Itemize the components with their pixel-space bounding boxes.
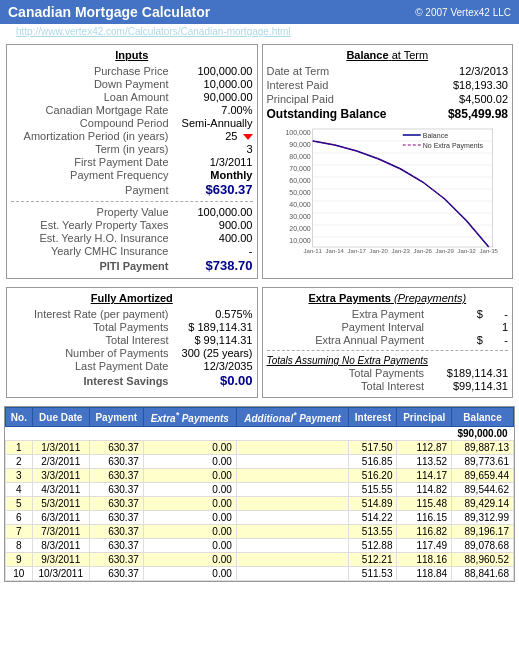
input-field-property-taxes: Est. Yearly Property Taxes 900.00 [11,219,253,231]
principal-paid-label: Principal Paid [267,93,334,105]
num-payments-row: Number of Payments 300 (25 years) [11,347,253,359]
balance-chart: 100,000 90,000 80,000 70,000 60,000 50,0… [267,125,509,255]
input-field-loan-amount: Loan Amount 90,000.00 [11,91,253,103]
fully-amortized-panel: Fully Amortized Interest Rate (per payme… [6,287,258,398]
outstanding-label: Outstanding Balance [267,107,387,121]
svg-text:Jan-11: Jan-11 [303,248,322,254]
interest-rate-row: Interest Rate (per payment) 0.575% [11,308,253,320]
extra-annual-payment-row: Extra Annual Payment $ - [267,334,509,346]
input-field-payment: Payment $630.37 [11,182,253,197]
input-field-down-payment: Down Payment 10,000.00 [11,78,253,90]
table-row: 7 7/3/2011 630.37 0.00 513.55 116.82 89,… [6,525,514,539]
input-field-purchase-price: Purchase Price 100,000.00 [11,65,253,77]
svg-text:Jan-35: Jan-35 [479,248,498,254]
divider [11,201,253,202]
input-field-amort-period: Amortization Period (in years) 25 [11,130,253,142]
svg-text:Jan-29: Jan-29 [435,248,454,254]
header: Canadian Mortgage Calculator © 2007 Vert… [0,0,519,38]
svg-text:80,000: 80,000 [289,153,311,160]
date-at-term-row: Date at Term 12/3/2013 [267,65,509,77]
fully-amortized-title: Fully Amortized [11,292,253,304]
input-field-first-payment: First Payment Date 1/3/2011 [11,156,253,168]
amort-triangle [243,134,253,140]
svg-text:Jan-26: Jan-26 [413,248,432,254]
outstanding-balance-row: Outstanding Balance $85,499.98 [267,107,509,121]
table-row: 1 1/3/2011 630.37 0.00 517.50 112.87 89,… [6,441,514,455]
svg-text:30,000: 30,000 [289,213,311,220]
balance-panel: Balance at Term Date at Term 12/3/2013 I… [262,44,514,279]
col-extra-payments: Extra* Payments [143,408,236,427]
input-field-ho-insurance: Est. Yearly H.O. Insurance 400.00 [11,232,253,244]
input-field-compound-period: Compound Period Semi-Annually [11,117,253,129]
input-field-property-value: Property Value 100,000.00 [11,206,253,218]
table-row: 9 9/3/2011 630.37 0.00 512.21 118.16 88,… [6,553,514,567]
svg-text:10,000: 10,000 [289,237,311,244]
table-row: 4 4/3/2011 630.37 0.00 515.55 114.82 89,… [6,483,514,497]
chart-svg: 100,000 90,000 80,000 70,000 60,000 50,0… [267,125,509,255]
opening-balance-row: $90,000.00 [6,427,514,441]
date-at-term-value: 12/3/2013 [459,65,508,77]
inputs-title: Inputs [11,49,253,61]
svg-text:Jan-14: Jan-14 [325,248,344,254]
inputs-panel: Inputs Purchase Price 100,000.00 Down Pa… [6,44,258,279]
total-interest-row: Total Interest $ 99,114.31 [11,334,253,346]
svg-text:70,000: 70,000 [289,165,311,172]
table-header: No. Due Date Payment Extra* Payments Add… [6,408,514,427]
svg-text:Jan-20: Jan-20 [369,248,388,254]
input-field-piti: PITI Payment $738.70 [11,258,253,273]
balance-title: Balance at Term [267,49,509,61]
copyright: © 2007 Vertex42 LLC [415,7,511,18]
amortization-table: No. Due Date Payment Extra* Payments Add… [4,406,515,582]
input-field-mortgage-rate: Canadian Mortgage Rate 7.00% [11,104,253,116]
outstanding-value: $85,499.98 [448,107,508,121]
extra-total-interest-row: Total Interest $99,114.31 [267,380,509,392]
svg-text:Jan-17: Jan-17 [347,248,366,254]
svg-text:Jan-23: Jan-23 [391,248,410,254]
last-payment-row: Last Payment Date 12/3/2035 [11,360,253,372]
svg-text:No Extra Payments: No Extra Payments [422,142,483,150]
svg-text:60,000: 60,000 [289,177,311,184]
total-payments-row: Total Payments $ 189,114.31 [11,321,253,333]
principal-paid-row: Principal Paid $4,500.02 [267,93,509,105]
svg-text:Jan-32: Jan-32 [457,248,476,254]
payment-interval-row: Payment Interval 1 [267,321,509,333]
extra-payments-panel: Extra Payments (Prepayments) Extra Payme… [262,287,514,398]
app-title: Canadian Mortgage Calculator [8,4,210,20]
principal-paid-value: $4,500.02 [459,93,508,105]
totals-note: Totals Assuming No Extra Payments [267,355,429,366]
table-row: 10 10/3/2011 630.37 0.00 511.53 118.84 8… [6,567,514,581]
table-row: 6 6/3/2011 630.37 0.00 514.22 116.15 89,… [6,511,514,525]
col-no: No. [6,408,33,427]
col-due-date: Due Date [32,408,89,427]
interest-paid-value: $18,193.30 [453,79,508,91]
svg-text:50,000: 50,000 [289,189,311,196]
svg-text:40,000: 40,000 [289,201,311,208]
opening-balance: $90,000.00 [452,427,514,441]
totals-note-row: Totals Assuming No Extra Payments [267,355,509,366]
input-field-payment-freq: Payment Frequency Monthly [11,169,253,181]
table-row: 5 5/3/2011 630.37 0.00 514.89 115.48 89,… [6,497,514,511]
svg-text:90,000: 90,000 [289,141,311,148]
input-field-cmhc: Yearly CMHC Insurance - [11,245,253,257]
extra-payments-title: Extra Payments (Prepayments) [267,292,509,304]
col-payment: Payment [89,408,143,427]
input-field-term: Term (in years) 3 [11,143,253,155]
col-additional-payment: Additional* Payment [236,408,349,427]
header-link[interactable]: http://www.vertex42.com/Calculators/Cana… [8,24,299,39]
col-balance: Balance [452,408,514,427]
interest-paid-row: Interest Paid $18,193.30 [267,79,509,91]
interest-savings-row: Interest Savings $0.00 [11,373,253,388]
interest-paid-label: Interest Paid [267,79,329,91]
col-interest: Interest [349,408,397,427]
svg-text:20,000: 20,000 [289,225,311,232]
extra-divider [267,350,509,351]
svg-text:100,000: 100,000 [285,129,310,136]
col-principal: Principal [397,408,452,427]
extra-total-payments-row: Total Payments $189,114.31 [267,367,509,379]
date-at-term-label: Date at Term [267,65,330,77]
table-row: 2 2/3/2011 630.37 0.00 516.85 113.52 89,… [6,455,514,469]
extra-payment-row: Extra Payment $ - [267,308,509,320]
svg-text:Balance: Balance [422,132,447,139]
table-row: 8 8/3/2011 630.37 0.00 512.88 117.49 89,… [6,539,514,553]
table-row: 3 3/3/2011 630.37 0.00 516.20 114.17 89,… [6,469,514,483]
